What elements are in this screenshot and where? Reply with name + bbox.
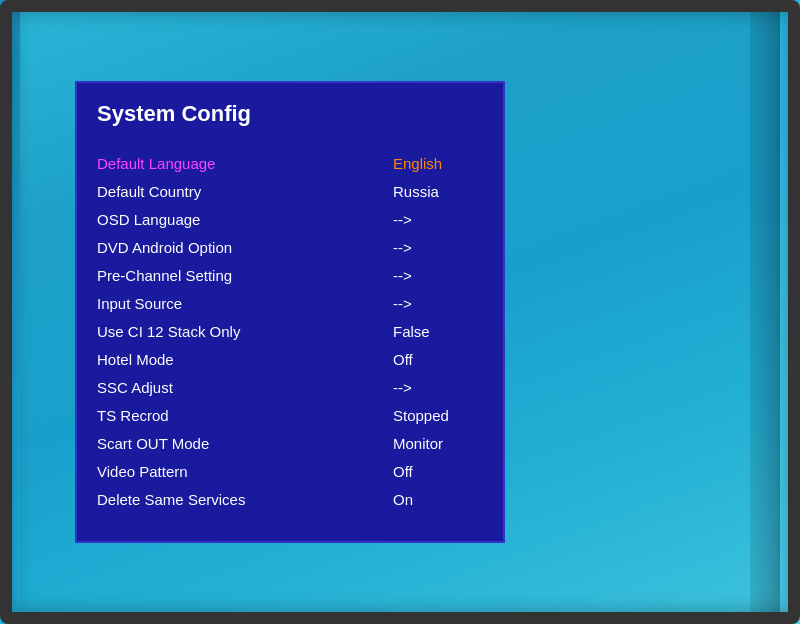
menu-item-label-default-language: Default Language — [97, 155, 215, 172]
menu-item-default-country[interactable]: Default CountryRussia — [97, 177, 483, 205]
menu-item-label-ssc-adjust: SSC Adjust — [97, 379, 173, 396]
menu-item-label-pre-channel-setting: Pre-Channel Setting — [97, 267, 232, 284]
menu-item-value-use-ci-12-stack-only: False — [393, 323, 483, 340]
menu-item-value-default-country: Russia — [393, 183, 483, 200]
menu-item-label-video-pattern: Video Pattern — [97, 463, 188, 480]
menu-panel: System Config Default LanguageEnglishDef… — [75, 81, 505, 543]
menu-item-value-hotel-mode: Off — [393, 351, 483, 368]
menu-item-value-scart-out-mode: Monitor — [393, 435, 483, 452]
menu-item-value-delete-same-services: On — [393, 491, 483, 508]
menu-item-value-ssc-adjust: --> — [393, 379, 483, 396]
menu-item-value-video-pattern: Off — [393, 463, 483, 480]
menu-title: System Config — [97, 101, 483, 131]
menu-item-label-hotel-mode: Hotel Mode — [97, 351, 174, 368]
menu-item-label-input-source: Input Source — [97, 295, 182, 312]
menu-item-value-input-source: --> — [393, 295, 483, 312]
menu-item-value-dvd-android-option: --> — [393, 239, 483, 256]
menu-item-osd-language[interactable]: OSD Language--> — [97, 205, 483, 233]
menu-item-label-default-country: Default Country — [97, 183, 201, 200]
menu-item-label-delete-same-services: Delete Same Services — [97, 491, 245, 508]
screen-content: System Config Default LanguageEnglishDef… — [20, 12, 780, 612]
menu-item-video-pattern[interactable]: Video PatternOff — [97, 457, 483, 485]
menu-item-input-source[interactable]: Input Source--> — [97, 289, 483, 317]
menu-item-pre-channel-setting[interactable]: Pre-Channel Setting--> — [97, 261, 483, 289]
menu-item-value-pre-channel-setting: --> — [393, 267, 483, 284]
menu-item-label-dvd-android-option: DVD Android Option — [97, 239, 232, 256]
menu-items-container: Default LanguageEnglishDefault CountryRu… — [97, 149, 483, 513]
menu-item-dvd-android-option[interactable]: DVD Android Option--> — [97, 233, 483, 261]
menu-item-label-use-ci-12-stack-only: Use CI 12 Stack Only — [97, 323, 240, 340]
menu-item-hotel-mode[interactable]: Hotel ModeOff — [97, 345, 483, 373]
menu-item-default-language[interactable]: Default LanguageEnglish — [97, 149, 483, 177]
menu-item-value-ts-recrod: Stopped — [393, 407, 483, 424]
menu-item-value-osd-language: --> — [393, 211, 483, 228]
side-detail — [750, 12, 780, 612]
menu-item-ts-recrod[interactable]: TS RecrodStopped — [97, 401, 483, 429]
menu-item-use-ci-12-stack-only[interactable]: Use CI 12 Stack OnlyFalse — [97, 317, 483, 345]
menu-item-value-default-language: English — [393, 155, 483, 172]
menu-item-label-ts-recrod: TS Recrod — [97, 407, 169, 424]
menu-item-ssc-adjust[interactable]: SSC Adjust--> — [97, 373, 483, 401]
menu-item-label-scart-out-mode: Scart OUT Mode — [97, 435, 209, 452]
menu-item-label-osd-language: OSD Language — [97, 211, 200, 228]
menu-item-delete-same-services[interactable]: Delete Same ServicesOn — [97, 485, 483, 513]
menu-item-scart-out-mode[interactable]: Scart OUT ModeMonitor — [97, 429, 483, 457]
